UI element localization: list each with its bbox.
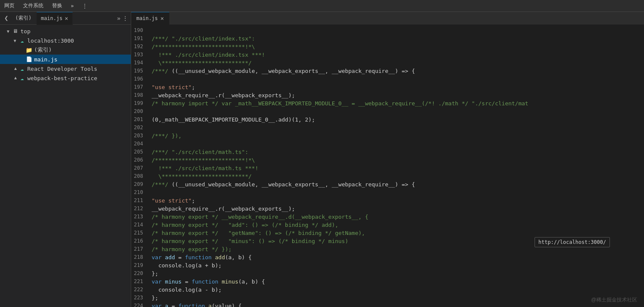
editor-tab-close-icon[interactable]: × (161, 15, 164, 22)
tree-label-localhost: localhost:3000 (27, 38, 74, 44)
line-number: 206 (131, 156, 150, 164)
top-toolbar: 网页 文件系统 替换 » ⋮ (0, 0, 644, 12)
cloud-icon-webpack: ☁ (19, 75, 26, 81)
code-line: 204 (131, 140, 644, 148)
line-content: (0,_math__WEBPACK_IMPORTED_MODULE_0__.ad… (150, 116, 644, 124)
toolbar-more[interactable]: » (68, 2, 76, 10)
line-content: /***/ "./src/client/index.tsx": (150, 35, 644, 43)
line-content: /* harmony import */ var _math__WEBPACK_… (150, 99, 644, 107)
line-content: __webpack_require__.r(__webpack_exports_… (150, 205, 644, 213)
code-line: 203/***/ }), (131, 132, 644, 140)
line-content: console.log(a - b); (150, 286, 644, 294)
line-number: 199 (131, 99, 150, 107)
line-number: 210 (131, 188, 150, 197)
tree-item-top[interactable]: ▼ 🖥 top (0, 26, 131, 36)
sidebar-back-button[interactable]: ❮ (3, 13, 10, 23)
toolbar-filesystem[interactable]: 文件系统 (20, 1, 46, 10)
tree-item-localhost[interactable]: ▼ ☁ localhost:3000 (0, 36, 131, 45)
line-content: var a = function a(value) { (150, 302, 644, 307)
code-line: 198__webpack_require__.r(__webpack_expor… (131, 91, 644, 99)
line-content (150, 188, 644, 197)
code-line: 208 \**************************/ (131, 172, 644, 180)
line-content: /***/ ((__unused_webpack_module, __webpa… (150, 180, 644, 188)
line-content: var minus = function minus(a, b) { (150, 278, 644, 286)
tree-arrow-localhost: ▼ (12, 38, 18, 43)
code-line: 193 !*** ./src/client/index.tsx ***! (131, 51, 644, 59)
line-number: 221 (131, 278, 150, 286)
folder-icon-index: 📁 (26, 46, 32, 53)
line-number: 197 (131, 83, 150, 91)
sidebar-kebab-icon[interactable]: ⋮ (122, 15, 128, 22)
editor-tab-label: main.js (136, 15, 158, 21)
code-line: 190 (131, 26, 644, 35)
code-line: 192/***************************!*\ (131, 43, 644, 51)
tree-item-index[interactable]: ▶ 📁 (索引) (0, 45, 131, 55)
toolbar-webpage[interactable]: 网页 (2, 1, 17, 10)
line-number: 196 (131, 75, 150, 83)
line-content: var add = function add(a, b) { (150, 253, 644, 261)
line-number: 224 (131, 302, 150, 307)
code-line: 201(0,_math__WEBPACK_IMPORTED_MODULE_0__… (131, 116, 644, 124)
tree-arrow-react: ▶ (12, 66, 18, 72)
editor-tab-main[interactable]: main.js × (131, 12, 170, 25)
code-line: 197"use strict"; (131, 83, 644, 91)
tree-item-webpack[interactable]: ▶ ☁ webpack-best-practice (0, 73, 131, 83)
tree-item-main[interactable]: ▶ 📄 main.js (0, 55, 131, 64)
line-content: }; (150, 294, 644, 302)
line-number: 216 (131, 237, 150, 245)
line-content (150, 124, 644, 132)
watermark: @稀土掘金技术社区 (591, 296, 637, 304)
line-number: 191 (131, 35, 150, 43)
code-line: 212__webpack_require__.r(__webpack_expor… (131, 205, 644, 213)
sidebar-tree: ▼ 🖥 top ▼ ☁ localhost:3000 ▶ 📁 (索引) ▶ 📄 … (0, 25, 131, 307)
line-number: 212 (131, 205, 150, 213)
code-line: 202 (131, 124, 644, 132)
line-content (150, 107, 644, 116)
code-line: 205/***/ "./src/client/math.ts": (131, 148, 644, 156)
code-line: 211"use strict"; (131, 197, 644, 205)
sidebar-index-tab[interactable]: (索引) (12, 14, 35, 23)
line-number: 213 (131, 213, 150, 221)
code-line: 194 \**************************/ (131, 59, 644, 67)
line-content (150, 26, 644, 35)
sidebar-more-icon[interactable]: » (117, 15, 121, 22)
sidebar-tabs: ❮ (索引) main.js × » ⋮ (0, 12, 131, 25)
code-line: 210 (131, 188, 644, 197)
code-line: 214/* harmony export */ "add": () => (/*… (131, 221, 644, 229)
line-number: 211 (131, 197, 150, 205)
line-number: 223 (131, 294, 150, 302)
code-line: 223}; (131, 294, 644, 302)
line-number: 209 (131, 180, 150, 188)
tree-arrow-webpack: ▶ (12, 75, 18, 81)
editor-area: main.js × 190191/***/ "./src/client/inde… (131, 12, 644, 307)
line-number: 190 (131, 26, 150, 35)
toolbar-replace[interactable]: 替换 (49, 1, 65, 10)
code-editor[interactable]: 190191/***/ "./src/client/index.tsx":192… (131, 25, 644, 307)
tree-item-react[interactable]: ▶ ☁ React Developer Tools (0, 64, 131, 73)
sidebar-tab-close[interactable]: × (65, 15, 68, 22)
window-icon: 🖥 (12, 28, 19, 35)
line-content: "use strict"; (150, 197, 644, 205)
code-line: 224var a = function a(value) { (131, 302, 644, 307)
code-line: 195/***/ ((__unused_webpack_module, __we… (131, 67, 644, 75)
code-line: 196 (131, 75, 644, 83)
line-number: 195 (131, 67, 150, 75)
line-content: }; (150, 269, 644, 278)
line-content: /* harmony export */ "getName": () => (/… (150, 229, 644, 237)
toolbar-kebab[interactable]: ⋮ (80, 2, 90, 10)
code-line: 199/* harmony import */ var _math__WEBPA… (131, 99, 644, 107)
url-tooltip: http://localhost:3000/ (535, 237, 610, 247)
cloud-icon-localhost: ☁ (19, 37, 26, 44)
tree-label-top: top (20, 28, 30, 35)
sidebar-main-tab[interactable]: main.js × (37, 12, 73, 25)
line-number: 194 (131, 59, 150, 67)
tree-arrow-top: ▼ (5, 28, 11, 34)
tree-label-webpack: webpack-best-practice (27, 75, 97, 81)
sidebar-main-tab-label: main.js (41, 15, 63, 21)
tree-label-index: (索引) (34, 46, 52, 54)
tree-label-react: React Developer Tools (27, 66, 97, 72)
line-number: 203 (131, 132, 150, 140)
line-content: /***/ }), (150, 132, 644, 140)
line-number: 214 (131, 221, 150, 229)
line-content: /***/ "./src/client/math.ts": (150, 148, 644, 156)
